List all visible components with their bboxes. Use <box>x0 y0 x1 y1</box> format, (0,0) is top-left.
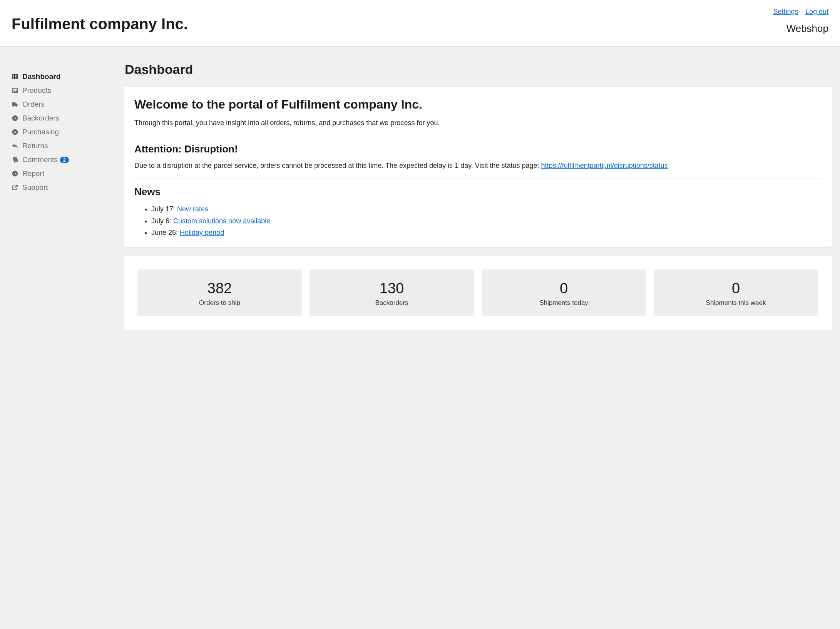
news-date: June 26 <box>151 229 176 236</box>
header-right: Settings Log out Webshop <box>768 8 828 35</box>
sidebar-item-report[interactable]: Report <box>11 167 115 181</box>
stat-label: Backorders <box>313 299 470 307</box>
stat-value: 0 <box>658 280 814 297</box>
welcome-heading: Welcome to the portal of Fulfilment comp… <box>134 97 821 112</box>
stat-value: 0 <box>485 280 642 297</box>
image-icon <box>11 86 19 95</box>
header-links: Settings Log out <box>768 8 828 16</box>
welcome-card: Welcome to the portal of Fulfilment comp… <box>123 86 832 248</box>
stat-label: Shipments this week <box>658 299 814 307</box>
stat-label: Shipments today <box>485 299 642 307</box>
stat-label: Orders to ship <box>141 299 298 307</box>
sidebar-item-label: Dashboard <box>22 72 60 81</box>
alert-heading: Attention: Disruption! <box>134 143 821 155</box>
alert-status-link[interactable]: https://fulfilmentpartij.nl/disruptions/… <box>541 162 668 169</box>
news-heading: News <box>134 186 821 198</box>
sidebar-item-label: Support <box>22 183 48 192</box>
gauge-icon <box>11 169 19 178</box>
grid-icon <box>11 72 19 81</box>
clock-icon <box>11 114 19 122</box>
news-item: June 26: Holiday period <box>151 227 821 239</box>
page-title: Dashboard <box>125 62 832 77</box>
news-link[interactable]: Holiday period <box>180 229 224 236</box>
sidebar-item-dashboard[interactable]: Dashboard <box>11 70 115 84</box>
sidebar-item-label: Orders <box>22 100 45 109</box>
alert-body: Due to a disruption at the parcel servic… <box>134 161 821 171</box>
sidebar-item-label: Products <box>22 86 51 95</box>
sidebar-item-label: Purchasing <box>22 128 59 136</box>
stat-shipments-week[interactable]: 0 Shipments this week <box>654 269 818 316</box>
external-link-icon <box>11 183 19 192</box>
truck-icon <box>11 100 19 109</box>
sidebar-item-label: Returns <box>22 142 48 150</box>
logout-link[interactable]: Log out <box>805 8 828 15</box>
sidebar-item-comments[interactable]: Comments 2 <box>11 153 115 167</box>
reply-icon <box>11 142 19 150</box>
sidebar: Dashboard Products Orders Backorders Pur <box>0 47 115 626</box>
context-label: Webshop <box>768 23 828 35</box>
stat-shipments-today[interactable]: 0 Shipments today <box>482 269 646 316</box>
sidebar-item-support[interactable]: Support <box>11 181 115 194</box>
welcome-body: Through this portal, you have insight in… <box>134 118 821 128</box>
alert-body-text: Due to a disruption at the parcel servic… <box>134 162 541 169</box>
news-link[interactable]: New rates <box>177 205 208 213</box>
comments-badge: 2 <box>60 157 69 163</box>
divider <box>134 179 821 179</box>
news-item: July 6: Custom solutions now available <box>151 215 821 227</box>
comments-icon <box>11 156 19 164</box>
sidebar-item-orders[interactable]: Orders <box>11 97 115 111</box>
sidebar-item-label: Comments <box>22 156 58 164</box>
sidebar-item-backorders[interactable]: Backorders <box>11 111 115 125</box>
stat-value: 382 <box>141 280 298 297</box>
sidebar-item-purchasing[interactable]: Purchasing <box>11 125 115 139</box>
header-left: Fulfilment company Inc. <box>12 8 188 33</box>
news-date: July 6 <box>151 217 169 225</box>
divider <box>134 136 821 136</box>
layout: Dashboard Products Orders Backorders Pur <box>0 47 840 626</box>
download-circle-icon <box>11 128 19 136</box>
news-link[interactable]: Custom solutions now available <box>173 217 270 225</box>
company-title: Fulfilment company Inc. <box>12 15 188 33</box>
main-content: Dashboard Welcome to the portal of Fulfi… <box>115 47 840 626</box>
news-date: July 17 <box>151 205 173 213</box>
sidebar-item-label: Report <box>22 169 44 178</box>
stat-orders-to-ship[interactable]: 382 Orders to ship <box>137 269 302 316</box>
stat-value: 130 <box>313 280 470 297</box>
sidebar-item-label: Backorders <box>22 114 59 122</box>
settings-link[interactable]: Settings <box>773 8 798 15</box>
header: Fulfilment company Inc. Settings Log out… <box>0 0 840 47</box>
stat-backorders[interactable]: 130 Backorders <box>310 269 474 316</box>
sidebar-item-returns[interactable]: Returns <box>11 139 115 153</box>
stats-card: 382 Orders to ship 130 Backorders 0 Ship… <box>123 255 832 330</box>
news-list: July 17: New rates July 6: Custom soluti… <box>134 203 821 239</box>
news-item: July 17: New rates <box>151 203 821 215</box>
sidebar-item-products[interactable]: Products <box>11 84 115 97</box>
